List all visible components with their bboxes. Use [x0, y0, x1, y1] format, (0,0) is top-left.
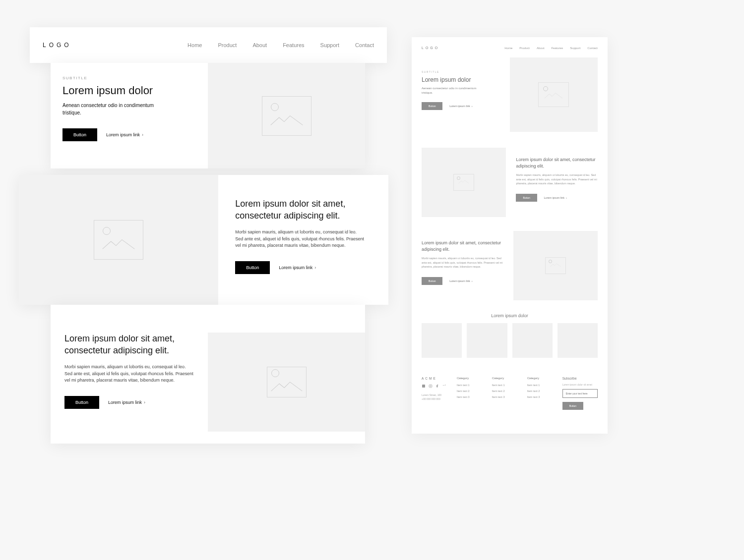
twitter-icon[interactable]	[442, 384, 446, 389]
section2-body: Morbi sapien mauris, aliquam ut lobortis…	[235, 229, 364, 250]
mini-footer-link[interactable]: Item text 3	[527, 395, 555, 398]
linkedin-icon[interactable]	[422, 384, 426, 389]
mini-section-b: Lorem ipsum dolor sit amet, consectetur …	[412, 224, 608, 307]
section3-image-placeholder	[208, 333, 365, 432]
mini-footer-link[interactable]: Item text 1	[492, 384, 519, 387]
mini-card	[467, 323, 507, 358]
svg-point-2	[430, 386, 432, 387]
hero-image-placeholder	[208, 63, 365, 168]
section2-pane: Lorem ipsum dolor sit amet, consectetur …	[19, 175, 388, 305]
facebook-icon[interactable]	[435, 384, 439, 389]
mini-nav-support[interactable]: Support	[570, 47, 580, 50]
mini-footer-address-line2: +00 000 000 000	[422, 397, 449, 401]
mini-section-a: Lorem ipsum dolor sit amet, consectetur …	[412, 141, 608, 224]
mini-nav-features[interactable]: Features	[552, 47, 563, 50]
nav-about[interactable]: About	[252, 42, 267, 48]
chevron-right-icon: ›	[566, 196, 567, 199]
brand-logo: LOGO	[43, 42, 72, 49]
mini-footer-link[interactable]: Item text 1	[527, 384, 555, 387]
hero-link[interactable]: Lorem ipsum link ›	[106, 132, 143, 137]
mini-section-b-link[interactable]: Lorem ipsum link›	[449, 280, 472, 282]
mini-section-b-title: Lorem ipsum dolor sit amet, consectetur …	[422, 240, 503, 252]
section3-body: Morbi sapien mauris, aliquam ut lobortis…	[64, 364, 193, 385]
section3-button[interactable]: Button	[64, 396, 99, 409]
section3-pane: Lorem ipsum dolor sit amet, consectetur …	[51, 305, 365, 444]
mini-footer-col-heading: Category	[492, 377, 519, 380]
mini-page-preview: LOGO Home Product About Features Support…	[412, 37, 608, 434]
mini-footer-link[interactable]: Item text 3	[492, 395, 519, 398]
mini-footer: ACME Lorem Street, 100 +00 000 000 000 C…	[412, 370, 608, 420]
mini-section-a-button[interactable]: Button	[516, 194, 537, 202]
mini-footer-link[interactable]: Item text 1	[457, 384, 484, 387]
mini-section-a-image-placeholder	[422, 148, 506, 217]
hero-subtitle: SUBTITLE	[62, 76, 196, 80]
header-pane: LOGO Home Product About Features Support…	[30, 27, 387, 63]
mini-footer-col-heading: Category	[527, 377, 555, 380]
mini-card	[512, 323, 553, 358]
image-icon	[267, 101, 307, 131]
mini-hero-subtitle: SUBTITLE	[422, 70, 510, 73]
section3-link[interactable]: Lorem ipsum link ›	[108, 400, 145, 405]
mini-section-b-image-placeholder	[513, 231, 598, 300]
mini-subscribe-input[interactable]	[562, 389, 598, 398]
nav-product[interactable]: Product	[218, 42, 237, 48]
chevron-right-icon: ›	[472, 280, 473, 282]
mini-footer-link[interactable]: Item text 2	[492, 390, 519, 392]
mini-nav-home[interactable]: Home	[504, 47, 512, 50]
image-icon	[541, 85, 566, 104]
section2-button[interactable]: Button	[235, 261, 270, 274]
mini-hero-body: Aenean consectetur odio in condimentum t…	[422, 86, 486, 95]
image-icon	[455, 176, 472, 189]
mini-grid	[412, 323, 608, 370]
nav-contact[interactable]: Contact	[355, 42, 374, 48]
hero-button[interactable]: Button	[62, 128, 97, 141]
mini-subscribe-heading: Subscribe	[562, 377, 598, 380]
mini-footer-col-heading: Category	[457, 377, 484, 380]
mini-social-icons	[422, 384, 449, 389]
svg-rect-1	[429, 385, 432, 388]
chevron-right-icon: ›	[144, 400, 145, 405]
mini-section-a-title: Lorem ipsum dolor sit amet, consectetur …	[516, 157, 598, 169]
mini-header: LOGO Home Product About Features Support…	[412, 37, 608, 55]
section3-title: Lorem ipsum dolor sit amet, consectetur …	[64, 333, 194, 357]
chevron-right-icon: ›	[314, 265, 316, 270]
mini-section-a-body: Morbi sapien mauris, aliquam ut lobortis…	[516, 173, 598, 186]
instagram-icon[interactable]	[429, 384, 433, 389]
mini-footer-link[interactable]: Item text 3	[457, 395, 484, 398]
chevron-right-icon: ›	[142, 132, 143, 137]
hero-title: Lorem ipsum dolor	[62, 84, 196, 97]
nav-support[interactable]: Support	[320, 42, 340, 48]
hero-pane: SUBTITLE Lorem ipsum dolor Aenean consec…	[51, 63, 365, 168]
mini-subscribe-button[interactable]: Button	[562, 402, 583, 410]
mini-section-b-body: Morbi sapien mauris, aliquam ut lobortis…	[422, 256, 503, 269]
mini-hero-image-placeholder	[510, 57, 598, 132]
mini-card	[558, 323, 598, 358]
mini-grid-title: Lorem ipsum dolor	[412, 307, 608, 323]
mini-hero: SUBTITLE Lorem ipsum dolor Aenean consec…	[412, 55, 608, 141]
section2-copy: Lorem ipsum dolor sit amet, consectetur …	[218, 175, 388, 305]
svg-rect-0	[422, 385, 425, 388]
hero-link-label: Lorem ipsum link	[106, 132, 140, 137]
hero-copy: SUBTITLE Lorem ipsum dolor Aenean consec…	[51, 63, 208, 168]
section3-copy: Lorem ipsum dolor sit amet, consectetur …	[51, 305, 208, 444]
mini-section-a-link[interactable]: Lorem ipsum link›	[544, 196, 567, 199]
nav-features[interactable]: Features	[283, 42, 304, 48]
section2-link-label: Lorem ipsum link	[279, 265, 312, 270]
image-icon	[99, 225, 138, 255]
chevron-right-icon: ›	[472, 105, 473, 108]
top-nav: Home Product About Features Support Cont…	[187, 42, 374, 48]
mini-nav-contact[interactable]: Contact	[587, 47, 598, 50]
nav-home[interactable]: Home	[187, 42, 202, 48]
mini-nav-about[interactable]: About	[537, 47, 545, 50]
mini-section-b-button[interactable]: Button	[422, 277, 442, 285]
mini-card	[422, 323, 462, 358]
mini-footer-link[interactable]: Item text 2	[457, 390, 484, 392]
mini-hero-button[interactable]: Button	[422, 102, 442, 110]
mini-nav-product[interactable]: Product	[519, 47, 530, 50]
section2-title: Lorem ipsum dolor sit amet, consectetur …	[235, 198, 369, 222]
mini-hero-link[interactable]: Lorem ipsum link›	[449, 105, 472, 108]
mini-footer-link[interactable]: Item text 2	[527, 390, 555, 392]
section2-link[interactable]: Lorem ipsum link ›	[279, 265, 316, 270]
section2-image-placeholder	[19, 175, 218, 305]
mini-hero-title: Lorem ipsum dolor	[422, 76, 510, 83]
